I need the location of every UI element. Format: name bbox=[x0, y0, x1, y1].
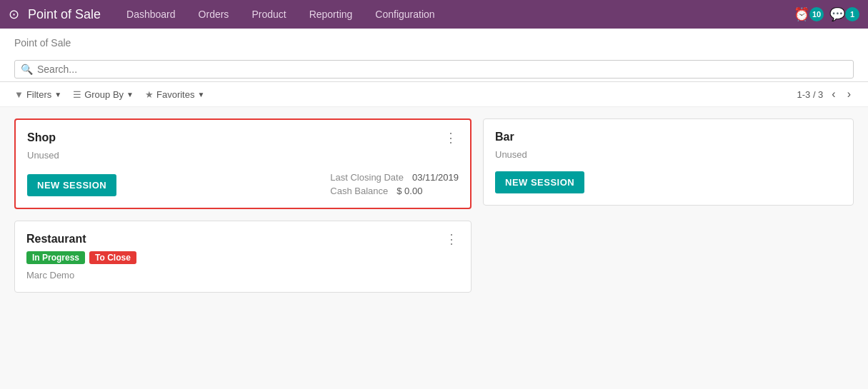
shop-card-subtitle: Unused bbox=[27, 150, 459, 161]
shop-cash-balance-row: Cash Balance $ 0.00 bbox=[330, 186, 459, 196]
bar-card-subtitle: Unused bbox=[495, 149, 842, 160]
filter-bar: ▼ Filters ▼ ☰ Group By ▼ ★ Favorites ▼ 1… bbox=[0, 82, 868, 107]
restaurant-card-user: Marc Demo bbox=[26, 270, 459, 281]
search-wrapper: 🔍 bbox=[14, 60, 854, 79]
groupby-icon: ☰ bbox=[73, 89, 81, 100]
in-progress-badge: In Progress bbox=[26, 251, 85, 264]
bar-card: Bar Unused NEW SESSION bbox=[483, 118, 854, 206]
search-area: 🔍 bbox=[0, 54, 868, 82]
favorites-label: Favorites bbox=[156, 89, 194, 100]
filters-dropdown[interactable]: ▼ Filters ▼ bbox=[14, 89, 61, 100]
breadcrumb-area: Point of Sale bbox=[0, 29, 868, 54]
shop-cash-balance-value: $ 0.00 bbox=[396, 186, 422, 196]
search-input[interactable] bbox=[37, 64, 847, 75]
shop-card: Shop ⋮ Unused NEW SESSION Last Closing D… bbox=[14, 118, 472, 209]
nav-product[interactable]: Product bbox=[247, 6, 290, 23]
clock-badge-wrapper[interactable]: ⏰ 10 bbox=[794, 6, 824, 22]
shop-card-body: NEW SESSION Last Closing Date 03/11/2019… bbox=[27, 172, 459, 196]
shop-card-title: Shop bbox=[27, 131, 56, 144]
app-title: Point of Sale bbox=[28, 7, 101, 22]
star-icon: ★ bbox=[145, 89, 154, 100]
favorites-dropdown[interactable]: ★ Favorites ▼ bbox=[145, 89, 204, 100]
nav-dashboard[interactable]: Dashboard bbox=[122, 6, 180, 23]
nav-menu: Dashboard Orders Product Reporting Confi… bbox=[122, 6, 794, 23]
shop-last-closing-value: 03/11/2019 bbox=[412, 172, 459, 183]
shop-cash-balance-label: Cash Balance bbox=[330, 186, 388, 196]
favorites-chevron: ▼ bbox=[197, 91, 204, 98]
messages-badge-wrapper[interactable]: 💬 1 bbox=[829, 6, 859, 22]
pagination-text: 1-3 / 3 bbox=[797, 89, 823, 100]
grid-icon[interactable]: ⊙ bbox=[9, 6, 19, 22]
shop-new-session-button[interactable]: NEW SESSION bbox=[27, 174, 116, 196]
shop-last-closing-label: Last Closing Date bbox=[330, 172, 404, 183]
nav-reporting[interactable]: Reporting bbox=[305, 6, 357, 23]
restaurant-card-title: Restaurant bbox=[26, 233, 86, 246]
bar-card-header: Bar bbox=[495, 131, 842, 143]
breadcrumb: Point of Sale bbox=[14, 37, 71, 49]
chat-icon: 💬 bbox=[829, 6, 845, 22]
shop-last-closing-row: Last Closing Date 03/11/2019 bbox=[330, 172, 459, 183]
groupby-label: Group By bbox=[84, 89, 124, 100]
next-page-button[interactable]: › bbox=[844, 86, 854, 102]
left-column: Shop ⋮ Unused NEW SESSION Last Closing D… bbox=[14, 118, 472, 385]
nav-configuration[interactable]: Configuration bbox=[371, 6, 439, 23]
filters-label: Filters bbox=[26, 89, 51, 100]
groupby-chevron: ▼ bbox=[126, 91, 134, 98]
activity-badge: 10 bbox=[809, 7, 824, 21]
main-content: Shop ⋮ Unused NEW SESSION Last Closing D… bbox=[0, 107, 868, 389]
right-column: Bar Unused NEW SESSION bbox=[483, 118, 854, 385]
bar-card-title: Bar bbox=[495, 131, 514, 143]
to-close-badge: To Close bbox=[89, 251, 136, 264]
nav-orders[interactable]: Orders bbox=[194, 6, 234, 23]
restaurant-badge-row: In Progress To Close bbox=[26, 251, 459, 264]
restaurant-card-menu-button[interactable]: ⋮ bbox=[444, 233, 459, 246]
bar-card-body: NEW SESSION bbox=[495, 171, 842, 193]
messages-badge: 1 bbox=[845, 7, 859, 21]
groupby-dropdown[interactable]: ☰ Group By ▼ bbox=[73, 89, 134, 100]
bar-new-session-button[interactable]: NEW SESSION bbox=[495, 171, 584, 193]
topnav-right: ⏰ 10 💬 1 bbox=[794, 6, 859, 22]
shop-card-header: Shop ⋮ bbox=[27, 131, 459, 144]
shop-card-info: Last Closing Date 03/11/2019 Cash Balanc… bbox=[330, 172, 459, 196]
filter-icon: ▼ bbox=[14, 89, 24, 100]
restaurant-card: Restaurant ⋮ In Progress To Close Marc D… bbox=[14, 221, 472, 293]
shop-card-menu-button[interactable]: ⋮ bbox=[443, 131, 459, 144]
filters-chevron: ▼ bbox=[54, 91, 61, 98]
restaurant-card-header: Restaurant ⋮ bbox=[26, 233, 459, 246]
search-icon: 🔍 bbox=[21, 64, 33, 75]
pagination-controls: 1-3 / 3 ‹ › bbox=[797, 86, 854, 102]
top-navbar: ⊙ Point of Sale Dashboard Orders Product… bbox=[0, 0, 868, 29]
clock-icon: ⏰ bbox=[794, 6, 809, 22]
prev-page-button[interactable]: ‹ bbox=[829, 86, 838, 102]
